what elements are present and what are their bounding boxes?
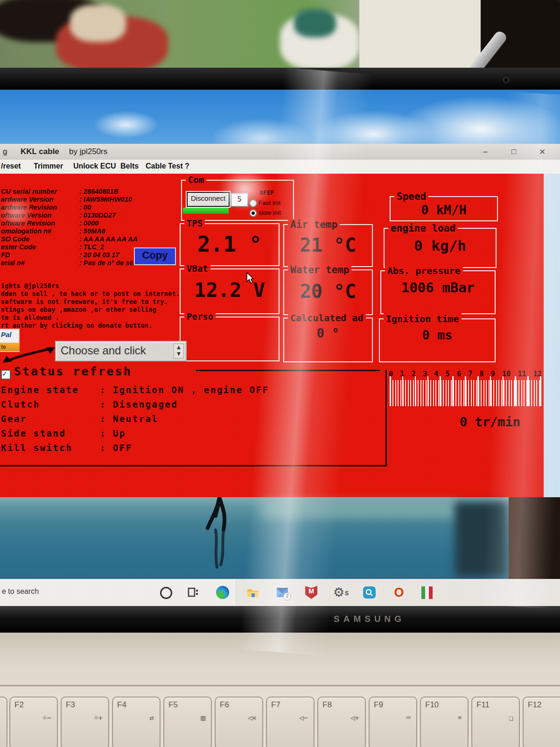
mcafee-icon[interactable]: M [304, 585, 318, 599]
red-bench-shape [56, 16, 168, 72]
info-row: ardware Version: IAW59MHW010 [1, 196, 188, 204]
progress-bar [183, 208, 229, 214]
minimize-button[interactable]: – [483, 147, 487, 156]
search-placeholder: e to search [2, 587, 39, 596]
air-temp-gauge: Air temp 21 °C [283, 224, 373, 267]
office-icon[interactable]: O [392, 585, 406, 599]
key-f8[interactable]: F8◁+ [317, 697, 366, 747]
rights-line: te is allowed . [1, 314, 59, 321]
copy-button[interactable]: Copy [134, 247, 176, 265]
com-groupbox: Com Disconnect 5 8FEF Fast init slow ini… [181, 180, 294, 221]
status-refresh-checkbox[interactable] [1, 370, 11, 380]
key-f4[interactable]: F4⇄ [112, 697, 161, 747]
mail-badge: 2 [283, 592, 291, 600]
key-f3[interactable]: F3☼+ [61, 697, 109, 747]
key-f1[interactable] [0, 697, 7, 747]
double-arrow-annotation [0, 342, 61, 365]
ignition-time-gauge: Ignition time 0 ms [379, 318, 496, 362]
deck-seam [0, 685, 560, 686]
menu-item-trimmer[interactable]: Trimmer [34, 162, 63, 170]
dropdown-spinner-icon[interactable]: ▲▼ [174, 344, 184, 359]
italy-flag-icon[interactable] [420, 585, 434, 599]
status-box-border [196, 370, 380, 371]
rpm-major-ticks [390, 376, 541, 406]
cortana-icon[interactable] [159, 585, 173, 599]
menu-item-unlock-ecu[interactable]: Unlock ECU [73, 162, 116, 170]
slow-init-radio[interactable] [249, 209, 257, 217]
info-row: oftware Revision: 0000 [1, 219, 188, 228]
edge-browser-icon[interactable] [216, 585, 230, 599]
engine-load-gauge: engine load 0 kg/h [384, 228, 497, 268]
ecu-code: 8FEF [259, 189, 274, 196]
maximize-button[interactable]: □ [511, 147, 516, 156]
document-icon: ❏ [509, 713, 513, 722]
laptop-bottom-bezel [0, 606, 560, 633]
key-f6[interactable]: F6◁× [215, 697, 263, 747]
webcam-icon [503, 77, 509, 83]
com-legend: Com [186, 175, 206, 185]
key-f7[interactable]: F7◁− [266, 697, 315, 747]
disconnect-button[interactable]: Disconnect [186, 191, 231, 208]
action-dropdown[interactable]: Choose and click ▲▼ [55, 341, 187, 361]
rights-line: rt author by clicking on donate button. [1, 322, 153, 329]
green-cloth-shape [294, 9, 336, 37]
key-f2[interactable]: F2☼− [9, 697, 58, 747]
calculated-advance-gauge: Calculated ad 0 ° [283, 317, 373, 362]
slow-init-label: slow init [259, 209, 281, 216]
info-row: CU serial number: 28640801B [1, 188, 188, 196]
window-titlebar: g KKL cable by jpl250rs – □ ✕ [0, 144, 560, 160]
key-f5[interactable]: F5▨ [163, 697, 212, 747]
door-frame [359, 0, 481, 70]
task-view-icon[interactable] [187, 585, 201, 599]
menu-item-help[interactable]: ? [185, 162, 189, 170]
water-temp-gauge: Water temp 20 °C [283, 269, 373, 315]
abs-pressure-gauge: Abs. pressure 1006 mBar [380, 270, 496, 314]
rpm-readout: 0 tr/min [460, 415, 520, 429]
status-box-border [385, 370, 387, 466]
key-f12[interactable]: F12⌕ [523, 697, 560, 747]
menu-item-cable-test[interactable]: Cable Test [146, 162, 183, 170]
vbat-gauge: VBat 12.2 V [180, 268, 280, 314]
perso-gauge: Perso [180, 317, 280, 361]
volume-down-icon: ◁− [299, 713, 308, 722]
brightness-icon: ☀ [457, 713, 462, 722]
settings-gear-icon[interactable]: ⚙S [333, 585, 347, 599]
close-button[interactable]: ✕ [539, 147, 546, 157]
white-tarp-shape [280, 14, 359, 70]
taskbar-search-box[interactable]: e to search [0, 579, 236, 606]
status-box-border [0, 465, 387, 466]
rights-line: ights @jpl250rs [1, 282, 59, 289]
volume-up-icon: ◁+ [350, 713, 359, 722]
paper-bag-shape [70, 5, 126, 42]
keyboard-backlight-icon: ⌨ [406, 713, 411, 722]
rpm-scale-numbers: 012 345 678 91011 12 [389, 370, 542, 378]
menu-item-belts[interactable]: Belts [120, 162, 139, 170]
mail-icon[interactable]: 2 [275, 585, 289, 599]
key-f9[interactable]: F9⌨ [369, 697, 417, 747]
window-subtitle: by jpl250rs [69, 147, 107, 156]
fast-init-radio[interactable] [249, 199, 257, 207]
mute-icon: ◁× [248, 713, 257, 722]
fast-init-label: Fast init [259, 199, 280, 206]
status-refresh-label: Status refresh [14, 365, 132, 378]
key-f11[interactable]: F11❏ [471, 697, 520, 747]
info-row: SO Code: AA AA AA AA AA [1, 235, 188, 244]
laptop-deck: F2☼− F3☼+ F4⇄ F5▨ F6◁× F7◁− F8◁+ F9⌨ F10… [0, 633, 560, 747]
com-port-field[interactable]: 5 [231, 193, 248, 207]
exhaust-pipe-shape [456, 29, 509, 92]
window-title: KKL cable [21, 147, 59, 156]
brightness-down-icon: ☼− [42, 713, 51, 722]
quick-search-icon[interactable] [363, 585, 377, 599]
rpm-minor-ticks [390, 380, 540, 406]
menu-item-reset[interactable]: /reset [1, 162, 21, 170]
rights-line: stings on ebay ,amazon ,or other selling [1, 306, 156, 313]
key-f10[interactable]: F10☀ [420, 697, 469, 747]
window-icon-fragment: g [3, 147, 7, 156]
status-row: Gear: Neutral [1, 414, 384, 426]
status-row: Engine state: Ignition ON , engine OFF [1, 385, 384, 397]
touchpad-icon: ▨ [201, 713, 205, 722]
motorcycle-shapes [481, 0, 560, 70]
rights-line: software is not freeware, it's free to t… [1, 298, 168, 305]
dark-wheel-shape [0, 0, 103, 42]
file-explorer-icon[interactable] [246, 585, 260, 599]
